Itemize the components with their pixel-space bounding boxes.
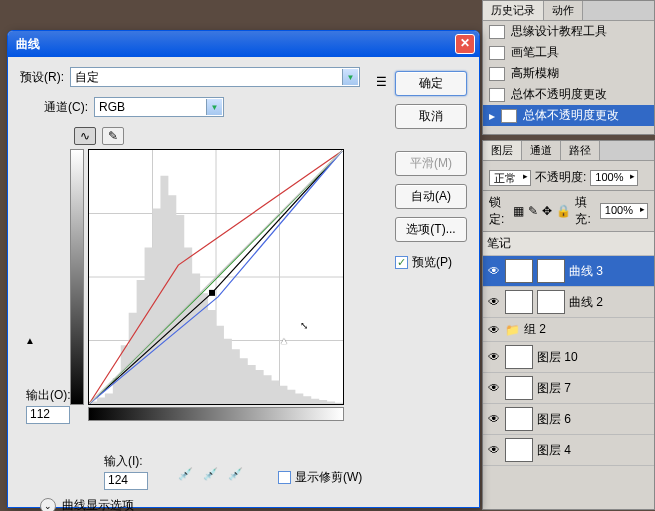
layer-item[interactable]: 👁 图层 10	[483, 342, 654, 373]
resize-icon[interactable]: ⤡	[300, 320, 308, 331]
history-item[interactable]: ▸ 总体不透明度更改	[483, 105, 654, 126]
layer-item[interactable]: 👁 图层 7	[483, 373, 654, 404]
blur-icon	[489, 67, 505, 81]
white-slider[interactable]: ▲	[279, 335, 289, 346]
brush-icon	[489, 46, 505, 60]
eye-icon[interactable]: 👁	[487, 412, 501, 426]
opacity-field[interactable]: 100%	[590, 170, 638, 186]
lock-move-icon[interactable]: ✥	[542, 204, 552, 218]
history-item[interactable]: 高斯模糊	[483, 63, 654, 84]
eye-icon[interactable]: 👁	[487, 295, 501, 309]
output-gradient	[70, 149, 84, 405]
show-clip-checkbox[interactable]: ✓	[278, 471, 291, 484]
adjust-thumb-icon	[505, 290, 533, 314]
layer-thumb-icon	[505, 376, 533, 400]
auto-button[interactable]: 自动(A)	[395, 184, 467, 209]
eye-icon[interactable]: 👁	[487, 323, 501, 337]
titlebar[interactable]: 曲线 ✕	[8, 31, 479, 57]
fill-field[interactable]: 100%	[600, 203, 648, 219]
tab-layers[interactable]: 图层	[483, 141, 522, 160]
layer-label: 曲线 3	[569, 263, 603, 280]
eyedropper-gray-icon[interactable]: 💉	[203, 467, 218, 481]
dialog-title: 曲线	[12, 36, 455, 53]
curves-graph[interactable]	[88, 149, 344, 405]
output-field[interactable]: 112	[26, 406, 70, 424]
layer-label: 曲线 2	[569, 294, 603, 311]
history-item-label: 总体不透明度更改	[511, 86, 607, 103]
history-item[interactable]: 总体不透明度更改	[483, 84, 654, 105]
cancel-button[interactable]: 取消	[395, 104, 467, 129]
preset-menu-icon[interactable]: ☰	[376, 75, 387, 89]
history-item-label: 画笔工具	[511, 44, 559, 61]
tab-history[interactable]: 历史记录	[483, 1, 544, 20]
opacity-icon	[489, 88, 505, 102]
expander-label: 曲线显示选项	[62, 497, 134, 511]
layer-label: 图层 7	[537, 380, 571, 397]
history-item-label: 总体不透明度更改	[523, 107, 619, 124]
layers-panel: 图层 通道 路径 正常 不透明度: 100% 锁定: ▦ ✎ ✥ 🔒 填充: 1…	[482, 140, 655, 510]
cursor-icon: ▸	[489, 109, 495, 123]
svg-rect-6	[209, 290, 215, 296]
options-button[interactable]: 选项(T)...	[395, 217, 467, 242]
history-doc[interactable]: 思缘设计教程工具	[483, 21, 654, 42]
layer-item[interactable]: 👁 曲线 3	[483, 256, 654, 287]
opacity-icon	[501, 109, 517, 123]
blend-mode-select[interactable]: 正常	[489, 170, 531, 186]
lock-label: 锁定:	[489, 194, 509, 228]
eye-icon[interactable]: 👁	[487, 264, 501, 278]
layer-thumb-icon	[505, 438, 533, 462]
fill-label: 填充:	[575, 194, 595, 228]
opacity-label: 不透明度:	[535, 169, 586, 186]
eyedropper-white-icon[interactable]: 💉	[228, 467, 243, 481]
black-slider[interactable]: ▲	[25, 335, 35, 346]
adjust-thumb-icon	[505, 259, 533, 283]
eye-icon[interactable]: 👁	[487, 350, 501, 364]
show-clip-label: 显示修剪(W)	[295, 469, 362, 486]
layer-label: 图层 4	[537, 442, 571, 459]
preview-checkbox[interactable]: ✓	[395, 256, 408, 269]
curves-dialog: 曲线 ✕ ☰ 确定 取消 平滑(M) 自动(A) 选项(T)... ✓ 预览(P…	[7, 30, 480, 508]
lock-paint-icon[interactable]: ✎	[528, 204, 538, 218]
close-button[interactable]: ✕	[455, 34, 475, 54]
channel-select[interactable]: RGB	[94, 97, 224, 117]
layer-label: 组 2	[524, 321, 546, 338]
mask-thumb-icon	[537, 290, 565, 314]
folder-icon: 📁	[505, 323, 520, 337]
layer-item[interactable]: 👁 图层 6	[483, 404, 654, 435]
layer-label: 图层 10	[537, 349, 578, 366]
layer-item[interactable]: 👁 图层 4	[483, 435, 654, 466]
doc-thumb-icon	[489, 25, 505, 39]
chevron-down-icon	[206, 99, 222, 115]
layer-note[interactable]: 笔记	[483, 232, 654, 256]
ok-button[interactable]: 确定	[395, 71, 467, 96]
history-panel: 历史记录 动作 思缘设计教程工具 画笔工具 高斯模糊 总体不透明度更改 ▸ 总体…	[482, 0, 655, 135]
layer-item[interactable]: 👁 📁 组 2	[483, 318, 654, 342]
curve-point-tool-icon[interactable]: ∿	[74, 127, 96, 145]
layer-item[interactable]: 👁 曲线 2	[483, 287, 654, 318]
lock-all-icon[interactable]: 🔒	[556, 204, 571, 218]
note-label: 笔记	[487, 235, 511, 252]
input-field[interactable]: 124	[104, 472, 148, 490]
history-item-label: 高斯模糊	[511, 65, 559, 82]
history-item[interactable]: 画笔工具	[483, 42, 654, 63]
tab-channels[interactable]: 通道	[522, 141, 561, 160]
lock-pixels-icon[interactable]: ▦	[513, 204, 524, 218]
layer-thumb-icon	[505, 407, 533, 431]
eye-icon[interactable]: 👁	[487, 381, 501, 395]
preset-select[interactable]: 自定	[70, 67, 360, 87]
output-label: 输出(O):	[26, 387, 71, 404]
preset-label: 预设(R):	[20, 69, 64, 86]
curve-pencil-tool-icon[interactable]: ✎	[102, 127, 124, 145]
tab-actions[interactable]: 动作	[544, 1, 583, 20]
eyedropper-black-icon[interactable]: 💉	[178, 467, 193, 481]
layer-thumb-icon	[505, 345, 533, 369]
eye-icon[interactable]: 👁	[487, 443, 501, 457]
history-doc-label: 思缘设计教程工具	[511, 23, 607, 40]
tab-paths[interactable]: 路径	[561, 141, 600, 160]
chevron-down-icon	[342, 69, 358, 85]
channel-label: 通道(C):	[44, 99, 88, 116]
smooth-button[interactable]: 平滑(M)	[395, 151, 467, 176]
mask-thumb-icon	[537, 259, 565, 283]
expander-button[interactable]: ⌄	[40, 498, 56, 512]
preset-value: 自定	[75, 69, 99, 86]
